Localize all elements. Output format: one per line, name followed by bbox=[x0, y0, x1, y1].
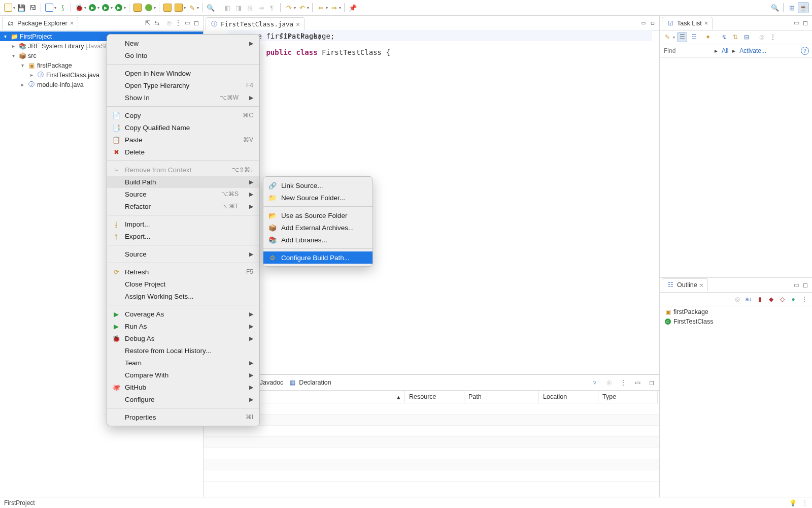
dropdown-icon[interactable]: ▾ bbox=[326, 6, 328, 10]
categorize-icon[interactable]: ☰ bbox=[677, 32, 687, 42]
view-menu-icon[interactable]: ⋮ bbox=[619, 378, 628, 387]
tb-g3-icon[interactable]: ⎘ bbox=[245, 3, 255, 13]
maximize-icon[interactable]: ◻ bbox=[647, 378, 656, 387]
tb-opentype-icon[interactable] bbox=[174, 3, 184, 13]
dropdown-icon[interactable]: ▾ bbox=[184, 6, 186, 10]
tb-openres-icon[interactable] bbox=[162, 3, 173, 13]
dropdown-icon[interactable]: ▾ bbox=[673, 35, 675, 40]
sort-icon[interactable]: a↓ bbox=[744, 295, 753, 304]
menu-item[interactable]: 🔗Link Source... bbox=[263, 179, 373, 192]
col-resource[interactable]: Resource bbox=[405, 391, 464, 403]
tb-back-icon[interactable]: ⇐ bbox=[316, 3, 326, 13]
tb-debug-icon[interactable]: 🐞 bbox=[74, 3, 84, 13]
close-icon[interactable]: × bbox=[704, 19, 708, 27]
tb-new-icon[interactable] bbox=[3, 3, 13, 13]
menu-item[interactable]: Properties⌘I bbox=[107, 411, 259, 423]
menu-item[interactable]: ⟳RefreshF5 bbox=[107, 266, 259, 278]
sort-icon[interactable]: ⇅ bbox=[731, 33, 740, 42]
tb-nextann-icon[interactable]: ↷ bbox=[284, 3, 294, 13]
expand-icon[interactable]: ▸ bbox=[715, 47, 718, 54]
menu-item[interactable]: Compare With▶ bbox=[107, 369, 259, 381]
tb-save-icon[interactable]: 💾 bbox=[16, 3, 26, 13]
tb-g4-icon[interactable]: ⇥ bbox=[256, 3, 266, 13]
menu-item[interactable]: 📦Add External Archives... bbox=[263, 221, 373, 234]
menu-item[interactable]: 🐞Debug As▶ bbox=[107, 332, 259, 344]
menu-item[interactable]: Open Type HierarchyF4 bbox=[107, 79, 259, 91]
expand-icon[interactable]: ▸ bbox=[10, 43, 17, 49]
tb-g1-icon[interactable]: ◧ bbox=[222, 3, 232, 13]
menu-item[interactable]: Source⌥⌘S▶ bbox=[107, 188, 259, 200]
dropdown-icon[interactable]: ▾ bbox=[13, 6, 15, 10]
tb-search-icon[interactable]: 🔍 bbox=[206, 3, 216, 13]
table-row[interactable] bbox=[204, 403, 659, 415]
sync-icon[interactable]: ↯ bbox=[720, 33, 729, 42]
dropdown-icon[interactable]: ▾ bbox=[339, 6, 341, 10]
minimize-icon[interactable]: ▭ bbox=[183, 18, 192, 27]
table-row[interactable] bbox=[204, 426, 659, 437]
menu-item[interactable]: Show In⌥⌘W▶ bbox=[107, 91, 259, 104]
menu-item[interactable]: ▶Coverage As▶ bbox=[107, 308, 259, 320]
tb-runext-icon[interactable]: ▶ bbox=[100, 3, 111, 13]
help-icon[interactable]: ? bbox=[801, 47, 809, 55]
table-row[interactable] bbox=[204, 448, 659, 459]
menu-item[interactable]: Go Into bbox=[107, 49, 259, 61]
tb-wand-icon[interactable]: ✎ bbox=[187, 3, 197, 13]
view-menu-icon[interactable]: ⋮ bbox=[174, 18, 183, 27]
menu-item[interactable]: ⭳Import... bbox=[107, 218, 259, 230]
menu-item[interactable]: 📚Add Libraries... bbox=[263, 234, 373, 246]
schedule-icon[interactable]: ☲ bbox=[689, 33, 698, 42]
tb-coverage-icon[interactable]: ▶ bbox=[114, 3, 124, 13]
minimize-icon[interactable]: ▭ bbox=[792, 18, 801, 27]
menu-item[interactable]: New▶ bbox=[107, 37, 259, 49]
tb-run-icon[interactable]: ▶ bbox=[87, 3, 97, 13]
menu-item[interactable]: ⚙Configure Build Path... bbox=[263, 251, 373, 264]
menu-item[interactable]: ✖Delete bbox=[107, 146, 259, 158]
menu-item[interactable]: 📄Copy⌘C bbox=[107, 109, 259, 121]
dropdown-icon[interactable]: ▾ bbox=[294, 6, 296, 10]
dropdown-icon[interactable]: ▾ bbox=[84, 6, 86, 10]
menu-item[interactable]: ⭱Export... bbox=[107, 230, 259, 242]
expand-icon[interactable]: ▸ bbox=[28, 72, 35, 78]
minimize-icon[interactable]: ▭ bbox=[639, 18, 648, 27]
collapse-icon[interactable]: ⊟ bbox=[742, 33, 751, 42]
expand-icon[interactable]: ▾ bbox=[10, 53, 17, 58]
close-icon[interactable]: × bbox=[700, 281, 704, 289]
tb-fwd-icon[interactable]: ⇒ bbox=[329, 3, 339, 13]
tb-pin-icon[interactable]: 📌 bbox=[348, 3, 358, 13]
activate-link[interactable]: Activate... bbox=[739, 47, 766, 54]
updates-icon[interactable]: ⋮ bbox=[802, 499, 808, 506]
close-icon[interactable]: × bbox=[70, 19, 74, 27]
hide-nonpublic-icon[interactable]: ◇ bbox=[777, 295, 787, 304]
menu-item[interactable]: Close Project bbox=[107, 278, 259, 290]
tasklist-tab[interactable]: ☑ Task List × bbox=[662, 17, 713, 29]
expand-icon[interactable]: ▾ bbox=[19, 62, 26, 68]
newtask-icon[interactable]: ✎ bbox=[663, 33, 672, 42]
menu-item[interactable]: 📁New Source Folder... bbox=[263, 192, 373, 204]
dropdown-icon[interactable]: ▾ bbox=[124, 6, 126, 10]
col-type[interactable]: Type bbox=[598, 391, 658, 403]
outline-tab[interactable]: ☷ Outline × bbox=[662, 278, 708, 291]
table-row[interactable] bbox=[204, 437, 659, 448]
tb-quickaccess-icon[interactable]: 🔍 bbox=[770, 3, 780, 13]
maximize-icon[interactable]: ◻ bbox=[801, 18, 810, 27]
expand-icon[interactable]: ▸ bbox=[19, 82, 26, 87]
dropdown-icon[interactable]: ▾ bbox=[197, 6, 199, 10]
expand-icon[interactable]: ▸ bbox=[732, 47, 735, 54]
menu-item[interactable]: Open in New Window bbox=[107, 67, 259, 79]
menu-item[interactable]: Configure▶ bbox=[107, 393, 259, 405]
collapseall-icon[interactable]: ⇱ bbox=[143, 18, 152, 27]
menu-item[interactable]: Refactor⌥⌘T▶ bbox=[107, 200, 259, 212]
tb-saveall-icon[interactable]: 🖫 bbox=[27, 3, 38, 13]
menu-item[interactable]: 📑Copy Qualified Name bbox=[107, 121, 259, 134]
tb-persp-open-icon[interactable]: ⊞ bbox=[787, 3, 797, 13]
editor-tab[interactable]: Ⓙ FirstTestClass.java × bbox=[206, 17, 304, 30]
dropdown-icon[interactable]: ▾ bbox=[97, 6, 99, 10]
menu-item[interactable]: Build Path▶ bbox=[107, 176, 259, 188]
menu-item[interactable]: ▶Run As▶ bbox=[107, 320, 259, 332]
declaration-tab[interactable]: ▦Declaration bbox=[288, 378, 331, 387]
find-input[interactable] bbox=[663, 47, 710, 55]
table-row[interactable] bbox=[204, 415, 659, 426]
dropdown-icon[interactable]: ▾ bbox=[154, 6, 156, 10]
outline-item[interactable]: C FirstTestClass bbox=[660, 317, 812, 327]
outline-tree[interactable]: ▣ firstPackage C FirstTestClass bbox=[660, 306, 812, 497]
